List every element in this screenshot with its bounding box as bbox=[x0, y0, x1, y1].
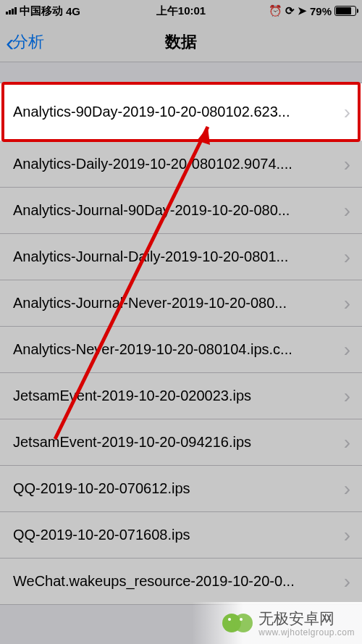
chevron-right-icon: › bbox=[344, 386, 350, 406]
alarm-icon: ⏰ bbox=[269, 4, 282, 17]
network-label: 4G bbox=[66, 5, 80, 17]
list-item[interactable]: Analytics-90Day-2019-10-20-080102.623...… bbox=[0, 83, 362, 141]
list-item-label: WeChat.wakeups_resource-2019-10-20-0... bbox=[13, 573, 344, 590]
list-item[interactable]: QQ-2019-10-20-070612.ips› bbox=[0, 466, 362, 512]
list-item[interactable]: WeChat.wakeups_resource-2019-10-20-0...› bbox=[0, 559, 362, 605]
back-label: 分析 bbox=[12, 31, 44, 53]
status-bar: 中国移动 4G 上午10:01 ⏰ ⟳ ➤ 79% bbox=[0, 0, 362, 22]
list-item-label: JetsamEvent-2019-10-20-020023.ips bbox=[13, 388, 344, 404]
watermark-text: 无极安卓网 bbox=[258, 610, 334, 627]
list-item[interactable]: Analytics-Daily-2019-10-20-080102.9074..… bbox=[0, 141, 362, 188]
battery-pct: 79% bbox=[310, 5, 332, 17]
svg-point-5 bbox=[240, 618, 243, 621]
chevron-right-icon: › bbox=[344, 247, 350, 267]
list-item-label: Analytics-Never-2019-10-20-080104.ips.c.… bbox=[13, 341, 344, 358]
list-item[interactable]: JetsamEvent-2019-10-20-020023.ips› bbox=[0, 373, 362, 419]
chevron-right-icon: › bbox=[344, 572, 350, 592]
status-time: 上午10:01 bbox=[156, 4, 206, 18]
back-button[interactable]: ‹ 分析 bbox=[6, 30, 44, 54]
list-item-label: QQ-2019-10-20-070612.ips bbox=[13, 480, 344, 497]
list-item-label: Analytics-Journal-Daily-2019-10-20-0801.… bbox=[13, 248, 344, 265]
battery-icon bbox=[334, 6, 356, 16]
list-item[interactable]: Analytics-Journal-Daily-2019-10-20-0801.… bbox=[0, 234, 362, 280]
chevron-right-icon: › bbox=[344, 201, 350, 221]
status-left: 中国移动 4G bbox=[6, 4, 80, 18]
chevron-right-icon: › bbox=[344, 432, 350, 453]
list-item[interactable]: Analytics-Journal-Never-2019-10-20-080..… bbox=[0, 280, 362, 327]
page-title: 数据 bbox=[165, 31, 197, 53]
list-item[interactable]: QQ-2019-10-20-071608.ips› bbox=[0, 512, 362, 559]
list-item[interactable]: Analytics-Journal-90Day-2019-10-20-080..… bbox=[0, 188, 362, 234]
chevron-right-icon: › bbox=[344, 293, 350, 314]
lock-rotation-icon: ⟳ bbox=[285, 4, 295, 17]
signal-icon bbox=[6, 7, 17, 14]
chevron-right-icon: › bbox=[344, 340, 350, 360]
chevron-right-icon: › bbox=[344, 102, 350, 122]
chevron-right-icon: › bbox=[344, 154, 350, 175]
svg-point-4 bbox=[228, 618, 231, 621]
list-item[interactable]: Analytics-Never-2019-10-20-080104.ips.c.… bbox=[0, 327, 362, 373]
data-list: Analytics-90Day-2019-10-20-080102.623...… bbox=[0, 83, 362, 605]
list-item[interactable]: JetsamEvent-2019-10-20-094216.ips› bbox=[0, 419, 362, 466]
nav-bar: ‹ 分析 数据 bbox=[0, 22, 362, 62]
list-item-label: Analytics-Daily-2019-10-20-080102.9074..… bbox=[13, 156, 344, 172]
list-item-label: Analytics-Journal-Never-2019-10-20-080..… bbox=[13, 295, 344, 311]
status-right: ⏰ ⟳ ➤ 79% bbox=[269, 4, 356, 17]
chevron-right-icon: › bbox=[344, 479, 350, 499]
carrier-label: 中国移动 bbox=[20, 4, 63, 18]
svg-point-3 bbox=[234, 614, 253, 632]
list-item-label: Analytics-Journal-90Day-2019-10-20-080..… bbox=[13, 202, 344, 219]
list-item-label: QQ-2019-10-20-071608.ips bbox=[13, 527, 344, 543]
location-icon: ➤ bbox=[298, 4, 307, 17]
chevron-right-icon: › bbox=[344, 525, 350, 545]
watermark-logo-icon bbox=[221, 606, 254, 640]
watermark-sub: www.wjhotelgroup.com bbox=[258, 627, 355, 637]
watermark: 无极安卓网 www.wjhotelgroup.com bbox=[192, 602, 362, 644]
list-item-label: JetsamEvent-2019-10-20-094216.ips bbox=[13, 434, 344, 451]
list-item-label: Analytics-90Day-2019-10-20-080102.623... bbox=[13, 104, 344, 120]
